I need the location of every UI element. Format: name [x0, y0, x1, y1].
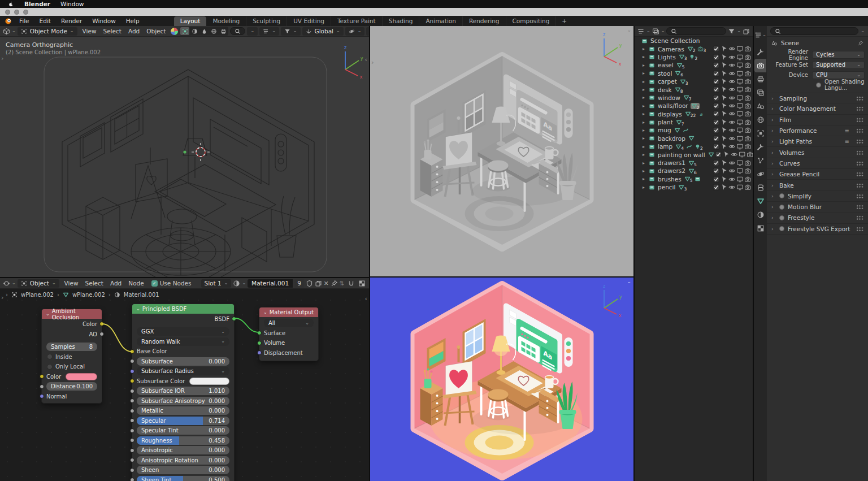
transform-orientation-dropdown[interactable]: Global⌄ — [302, 27, 344, 36]
section-motion-blur[interactable]: ›Motion Blur — [767, 202, 868, 213]
tab-layout[interactable]: Layout — [174, 16, 207, 26]
properties-tab-tool[interactable] — [754, 45, 766, 59]
region-toggle-icon[interactable]: › — [1, 55, 3, 62]
row-camera-icon[interactable] — [744, 184, 752, 191]
shader-type-dropdown[interactable]: Object⌄ — [18, 279, 59, 288]
socket-in[interactable] — [130, 409, 134, 413]
row-checkbox-icon[interactable] — [713, 70, 720, 77]
row-eye-icon[interactable] — [728, 135, 736, 142]
row-monitor-icon[interactable] — [736, 167, 744, 175]
ao-color-input[interactable]: Color — [46, 372, 97, 381]
snap-dropdown[interactable]: ⌄ — [366, 27, 369, 36]
pin-icon[interactable] — [331, 280, 338, 287]
properties-tab-world[interactable] — [754, 113, 766, 127]
breadcrumb-material[interactable]: Material.001 — [124, 292, 159, 298]
socket-bsdf-out[interactable] — [232, 317, 236, 321]
section-color-management[interactable]: ›Color Management — [767, 103, 868, 114]
outliner-display-mode-icon[interactable] — [637, 28, 645, 35]
socket-in[interactable] — [130, 379, 134, 383]
row-monitor-icon[interactable] — [736, 110, 744, 118]
row-monitor-icon[interactable] — [736, 45, 744, 53]
snap-node-icon[interactable] — [348, 280, 355, 287]
expand-arrow-icon[interactable]: ▸ — [643, 161, 649, 166]
row-camera-icon[interactable] — [744, 127, 752, 134]
row-monitor-icon[interactable] — [736, 78, 744, 85]
expand-arrow-icon[interactable]: ▸ — [643, 144, 649, 149]
outliner-funnel-icon[interactable] — [728, 28, 735, 35]
output-target-dropdown[interactable]: All⌄ — [264, 319, 314, 327]
row-camera-icon[interactable] — [744, 86, 752, 93]
material-browse-chevron-icon[interactable]: ⌄ — [242, 281, 246, 285]
outliner-row[interactable]: ▸plant7 — [635, 118, 753, 126]
row-eye-icon[interactable] — [728, 45, 736, 53]
properties-tab-texture[interactable] — [754, 222, 766, 235]
socket-in[interactable] — [130, 478, 134, 481]
topbar-menu-help[interactable]: Help — [121, 18, 145, 24]
tab-animation[interactable]: Animation — [419, 16, 463, 26]
topbar-menu-edit[interactable]: Edit — [34, 18, 56, 24]
socket-color-in[interactable] — [40, 374, 44, 379]
pin-icon[interactable] — [857, 40, 863, 46]
row-camera-icon[interactable] — [744, 167, 752, 175]
macos-window-menu[interactable]: Window — [60, 1, 84, 7]
row-eye-icon[interactable] — [728, 102, 736, 110]
socket-in[interactable] — [130, 349, 134, 354]
socket-distance-in[interactable] — [40, 384, 44, 389]
row-checkbox-icon[interactable] — [713, 62, 720, 69]
value-slider[interactable]: Sheen0.000 — [137, 466, 229, 474]
value-slider[interactable]: Subsurface0.000 — [137, 357, 229, 366]
row-eye-icon[interactable] — [728, 119, 736, 126]
editor-type-icon[interactable] — [3, 28, 10, 35]
row-monitor-icon[interactable] — [736, 176, 744, 183]
dropdown[interactable]: Subsurface Radius⌄ — [137, 367, 229, 375]
row-eye-icon[interactable] — [728, 143, 736, 150]
row-cursor-icon[interactable] — [721, 184, 728, 191]
new-collection-icon[interactable] — [743, 28, 750, 35]
expand-arrow-icon[interactable]: ▸ — [643, 176, 649, 181]
expand-arrow-icon[interactable]: ▸ — [643, 63, 649, 68]
field-value-dropdown[interactable]: Supported⌄ — [812, 61, 865, 69]
tab-uv-editing[interactable]: UV Editing — [287, 16, 331, 26]
row-checkbox-icon[interactable] — [713, 110, 720, 118]
row-checkbox-icon[interactable] — [713, 143, 720, 150]
row-cursor-icon[interactable] — [721, 62, 728, 69]
outliner-row[interactable]: ▸displays22 — [635, 110, 753, 118]
field-value-dropdown[interactable]: Cycles⌄ — [812, 51, 865, 59]
viewport-canvas[interactable]: Camera Orthographic (2) Scene Collection… — [0, 37, 369, 277]
value-slider[interactable]: Roughness0.458 — [137, 436, 229, 445]
shader-editor-type-chevron-icon[interactable]: ⌄ — [12, 281, 16, 285]
node-header[interactable]: ⌄Material Output — [259, 307, 318, 317]
outliner-row[interactable]: ▸backdrop — [635, 135, 753, 142]
tab-rendering[interactable]: Rendering — [463, 16, 506, 26]
row-cursor-icon[interactable] — [721, 70, 728, 77]
row-cursor-icon[interactable] — [721, 86, 728, 93]
row-camera-icon[interactable] — [744, 143, 752, 150]
properties-editor-type-icon[interactable]: ⌄ — [754, 28, 766, 42]
expand-arrow-icon[interactable]: ▸ — [643, 103, 649, 109]
socket-ao-out[interactable] — [99, 332, 104, 336]
value-slider[interactable]: Anisotropic Rotation0.000 — [137, 456, 229, 465]
properties-options-chevron-icon[interactable]: ⌄ — [861, 29, 865, 33]
viewport-menu-object[interactable]: Object — [143, 28, 169, 34]
view-object-types-dropdown[interactable]: ⌄ — [259, 27, 279, 36]
section-volumes[interactable]: ›Volumes — [767, 147, 868, 158]
row-camera-icon[interactable] — [744, 78, 752, 85]
osl-checkbox[interactable]: Open Shading Langu... — [767, 80, 868, 89]
value-slider[interactable]: Metallic0.000 — [137, 406, 229, 415]
corner-menu-icon[interactable]: ⌄ — [627, 279, 631, 284]
outliner-row[interactable]: ▸lamp42 — [635, 142, 753, 150]
row-checkbox-icon[interactable] — [713, 184, 720, 191]
socket-in[interactable] — [130, 389, 134, 393]
section-performance[interactable]: ›Performance≡ — [767, 125, 868, 136]
expand-arrow-icon[interactable]: ▸ — [643, 120, 649, 125]
zoom-button[interactable] — [23, 10, 28, 15]
properties-search-input[interactable] — [770, 27, 858, 35]
row-monitor-icon[interactable] — [736, 127, 744, 134]
samples-field[interactable]: Samples8 — [46, 343, 97, 351]
editor-type-chevron-icon[interactable]: ⌄ — [12, 29, 16, 33]
outliner-row[interactable]: ▸drawers15 — [635, 159, 753, 167]
properties-tab-view-layer[interactable] — [754, 86, 766, 99]
value-slider[interactable]: Specular0.714 — [137, 417, 229, 425]
tab-shading[interactable]: Shading — [383, 16, 420, 26]
unlink-x-icon[interactable]: ✕ — [324, 280, 329, 287]
